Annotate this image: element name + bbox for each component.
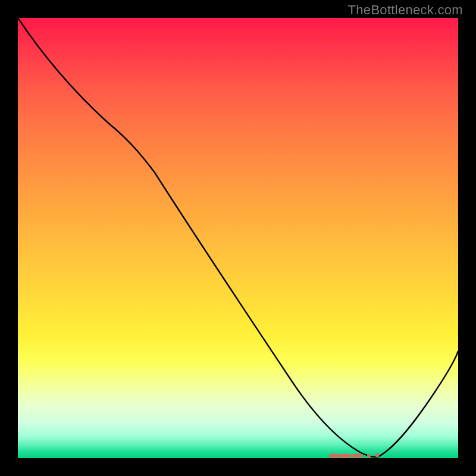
plot-area xyxy=(18,18,458,458)
svg-point-4 xyxy=(375,453,380,458)
watermark-text: TheBottleneck.com xyxy=(348,2,463,18)
bottleneck-line-chart xyxy=(18,18,458,458)
svg-point-3 xyxy=(367,454,371,458)
svg-point-1 xyxy=(338,454,352,458)
curve-path xyxy=(18,18,458,457)
svg-point-2 xyxy=(351,454,363,458)
